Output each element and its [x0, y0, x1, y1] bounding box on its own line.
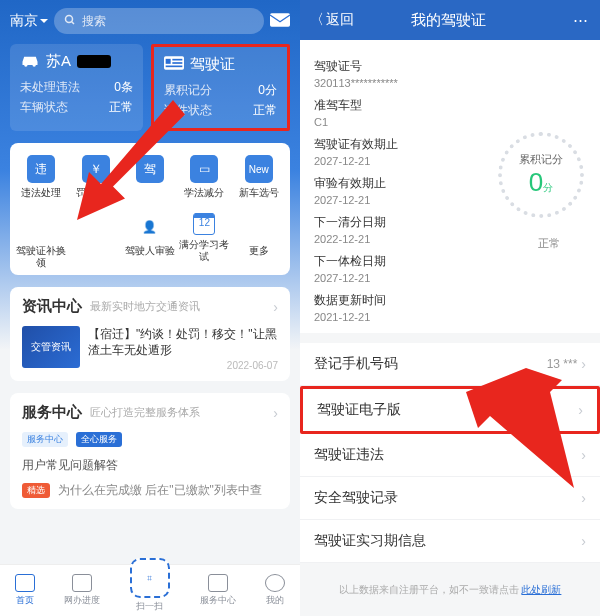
list-item-intern[interactable]: 驾驶证实习期信息 › — [300, 520, 600, 563]
svg-rect-9 — [166, 66, 183, 68]
license-detail-screen: 〈 返回 我的驾驶证 ⋯ 驾驶证号320113*********** 准驾车型C… — [300, 0, 600, 616]
svg-rect-8 — [172, 62, 182, 64]
city-selector[interactable]: 南京 — [10, 12, 48, 30]
grid-item-newcar[interactable]: New新车选号 — [232, 155, 286, 199]
scan-icon: ⌗ — [130, 558, 170, 598]
svg-point-3 — [24, 63, 27, 66]
license-card-title: 驾驶证 — [190, 55, 235, 74]
license-card[interactable]: 驾驶证 累积记分0分 证件状态正常 — [151, 44, 290, 131]
user-icon — [265, 574, 285, 592]
service-title: 服务中心 — [22, 403, 82, 422]
id-card-icon: ▭ — [27, 213, 55, 241]
points-gauge: 累积记分 0分 — [498, 132, 584, 218]
grid-item-fullmark[interactable]: 12满分学习考试 — [177, 213, 231, 269]
grid-item-audit[interactable]: 👤驾驶人审验 — [123, 213, 177, 269]
license-icon — [164, 56, 184, 73]
news-title: 资讯中心 — [22, 297, 82, 316]
chevron-right-icon: › — [581, 356, 586, 372]
news-section[interactable]: 资讯中心 最新实时地方交通资讯 › 交管资讯 【宿迁】"约谈！处罚！移交！"让黑… — [10, 287, 290, 381]
plate-prefix: 苏A — [46, 52, 71, 71]
tab-mine[interactable]: 我的 — [265, 574, 285, 607]
chevron-right-icon: › — [581, 447, 586, 463]
calendar-icon: 12 — [193, 213, 215, 235]
news-headline[interactable]: 【宿迁】"约谈！处罚！移交！"让黑渣土车无处遁形 — [88, 326, 278, 358]
more-icon: ⋯ — [245, 213, 273, 241]
search-input[interactable]: 搜索 — [54, 8, 264, 34]
grid-item-reissue[interactable]: ▭驾驶证补换领 — [14, 213, 68, 269]
svg-rect-7 — [172, 59, 182, 61]
grid-item-drive[interactable]: 驾 — [123, 155, 177, 199]
refresh-link[interactable]: 此处刷新 — [521, 584, 561, 595]
footer-note: 以上数据来自注册平台，如不一致请点击 此处刷新 — [300, 583, 600, 597]
grid-item-fine[interactable]: ￥罚款缴纳 — [68, 155, 122, 199]
license-info: 驾驶证号320113*********** 准驾车型C1 驾驶证有效期止2027… — [300, 40, 600, 333]
tab-bar: 首页 网办进度 ⌗扫一扫 服务中心 我的 — [0, 564, 300, 616]
more-icon[interactable]: ⋯ — [573, 11, 590, 29]
grid-item-study[interactable]: ▭学法减分 — [177, 155, 231, 199]
chevron-right-icon: › — [273, 299, 278, 315]
search-icon — [64, 14, 76, 29]
grid-icon — [208, 574, 228, 592]
vehicle-card[interactable]: 苏A 未处理违法0条 车辆状态正常 — [10, 44, 143, 131]
svg-rect-2 — [270, 13, 290, 26]
page-title: 我的驾驶证 — [324, 11, 573, 30]
tab-scan[interactable]: ⌗扫一扫 — [130, 568, 170, 613]
faq-link[interactable]: 用户常见问题解答 — [22, 457, 278, 474]
tab-progress[interactable]: 网办进度 — [64, 574, 100, 607]
grid-item-violation[interactable]: 违违法处理 — [14, 155, 68, 199]
list-item-elicense[interactable]: 驾驶证电子版 › — [300, 386, 600, 434]
chevron-right-icon: › — [273, 405, 278, 421]
list-item-safety[interactable]: 安全驾驶记录 › — [300, 477, 600, 520]
list-item-violation[interactable]: 驾驶证违法 › — [300, 434, 600, 477]
search-placeholder: 搜索 — [82, 13, 106, 30]
tab-home[interactable]: 首页 — [15, 574, 35, 607]
chevron-right-icon: › — [581, 490, 586, 506]
chevron-left-icon: 〈 — [310, 11, 324, 29]
svg-point-0 — [66, 15, 73, 22]
home-icon — [15, 574, 35, 592]
list-item-phone[interactable]: 登记手机号码 13 ***› — [300, 343, 600, 386]
plate-mask — [77, 55, 111, 68]
svg-rect-6 — [166, 59, 171, 64]
person-icon: 👤 — [136, 213, 164, 241]
gauge-status: 正常 — [538, 236, 560, 251]
svg-line-1 — [72, 21, 75, 24]
actions-list: 登记手机号码 13 ***› 驾驶证电子版 › 驾驶证违法 › 安全驾驶记录 ›… — [300, 343, 600, 563]
tab-service[interactable]: 服务中心 — [200, 574, 236, 607]
car-icon — [20, 53, 40, 70]
list-icon — [72, 574, 92, 592]
service-section[interactable]: 服务中心 匠心打造完整服务体系 › 服务中心 全心服务 用户常见问题解答 精选 … — [10, 393, 290, 509]
grid-item-express[interactable]: ▣ — [68, 213, 122, 269]
grid-item-more[interactable]: ⋯更多 — [232, 213, 286, 269]
mail-icon[interactable] — [270, 13, 290, 30]
truck-icon: ▣ — [82, 213, 110, 241]
chevron-right-icon: › — [581, 533, 586, 549]
chevron-right-icon: › — [578, 402, 583, 418]
news-thumbnail: 交管资讯 — [22, 326, 80, 368]
svg-point-4 — [33, 63, 36, 66]
service-grid: 违违法处理 ￥罚款缴纳 驾 ▭学法减分 New新车选号 ▭驾驶证补换领 ▣ 👤驾… — [10, 143, 290, 275]
home-screen: 南京 搜索 苏A 未处理违法0条 车辆状态正常 — [0, 0, 300, 616]
